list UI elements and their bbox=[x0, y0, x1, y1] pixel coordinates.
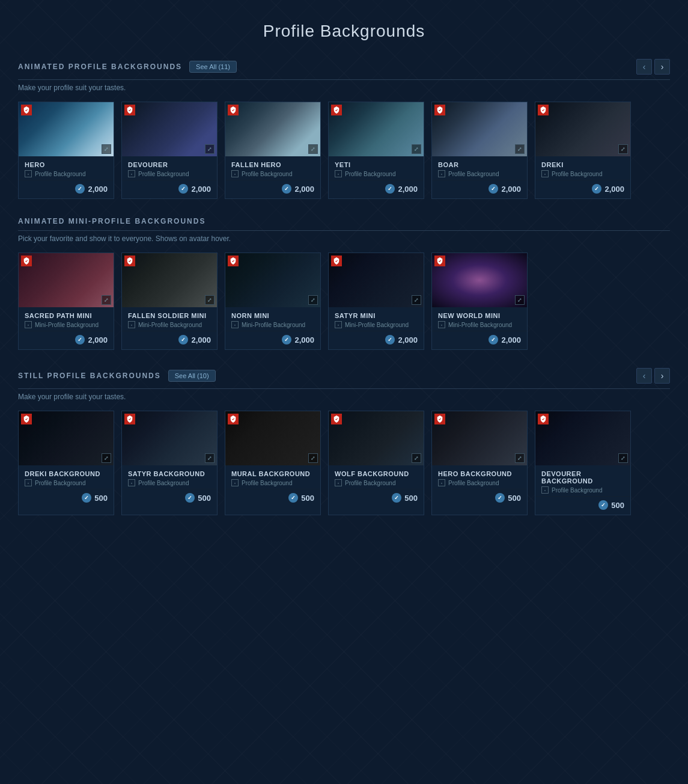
item-thumb-wolf-bg: ⤢ bbox=[329, 411, 424, 465]
item-name-satyr-mini: SATYR MINI bbox=[335, 312, 418, 319]
still-profile-section: STILL PROFILE BACKGROUNDS See All (10) ‹… bbox=[0, 368, 688, 533]
thumb-expand-hero[interactable]: ⤢ bbox=[102, 144, 111, 154]
item-badge-hero bbox=[21, 105, 32, 115]
section-subtitle-mini: Pick your favorite and show it to everyo… bbox=[18, 234, 670, 243]
thumb-expand-mural-bg[interactable]: ⤢ bbox=[308, 453, 318, 463]
item-card-mural-bg[interactable]: ⤢ MURAL BACKGROUND ▪ Profile Background … bbox=[225, 411, 321, 515]
item-price-devourer: ✓ 2,000 bbox=[122, 180, 217, 198]
next-still-button[interactable]: › bbox=[654, 368, 670, 384]
item-thumb-dreki: ⤢ bbox=[535, 102, 630, 156]
item-price-satyr-mini: ✓ 2,000 bbox=[329, 331, 424, 349]
item-card-boar[interactable]: ⤢ BOAR ▪ Profile Background ✓ 2,000 bbox=[431, 102, 528, 199]
price-icon-fallen-soldier-mini: ✓ bbox=[178, 335, 188, 345]
item-info-satyr-mini: SATYR MINI ▪ Mini-Profile Background bbox=[329, 307, 424, 331]
section-title-animated: ANIMATED PROFILE BACKGROUNDS bbox=[18, 63, 182, 71]
section-title-still: STILL PROFILE BACKGROUNDS bbox=[18, 372, 161, 380]
item-info-satyr-bg: SATYR BACKGROUND ▪ Profile Background bbox=[122, 465, 217, 489]
price-icon-devourer-bg: ✓ bbox=[598, 500, 608, 510]
item-name-norn-mini: NORN MINI bbox=[231, 312, 314, 319]
item-name-dreki-bg: DREKI BACKGROUND bbox=[25, 470, 108, 477]
item-price-wolf-bg: ✓ 500 bbox=[329, 489, 424, 507]
section-subtitle-still: Make your profile suit your tastes. bbox=[18, 393, 670, 401]
item-card-dreki[interactable]: ⤢ DREKI ▪ Profile Background ✓ 2,000 bbox=[535, 102, 631, 199]
item-card-hero-bg[interactable]: ⤢ HERO BACKGROUND ▪ Profile Background ✓… bbox=[431, 411, 528, 515]
thumb-expand-fallen-hero[interactable]: ⤢ bbox=[308, 144, 318, 154]
item-info-fallen-soldier-mini: FALLEN SOLDIER MINI ▪ Mini-Profile Backg… bbox=[122, 307, 217, 331]
item-name-hero-bg: HERO BACKGROUND bbox=[438, 470, 521, 477]
item-card-hero[interactable]: ⤢ HERO ▪ Profile Background ✓ 2,000 bbox=[18, 102, 114, 199]
next-animated-button[interactable]: › bbox=[654, 59, 670, 75]
price-icon-sacred-path-mini: ✓ bbox=[75, 335, 85, 345]
thumb-expand-sacred-path-mini[interactable]: ⤢ bbox=[102, 295, 111, 305]
thumb-expand-boar[interactable]: ⤢ bbox=[515, 144, 525, 154]
item-type-mural-bg: ▪ Profile Background bbox=[231, 479, 314, 486]
item-type-boar: ▪ Profile Background bbox=[438, 170, 521, 177]
item-type-icon-devourer-bg: ▪ bbox=[541, 486, 549, 494]
item-price-devourer-bg: ✓ 500 bbox=[535, 496, 630, 515]
item-card-satyr-mini[interactable]: ⤢ SATYR MINI ▪ Mini-Profile Background ✓… bbox=[328, 253, 424, 350]
item-type-icon-hero: ▪ bbox=[25, 170, 32, 177]
item-type-hero-bg: ▪ Profile Background bbox=[438, 479, 521, 486]
section-header-animated: ANIMATED PROFILE BACKGROUNDS See All (11… bbox=[18, 59, 670, 80]
item-thumb-satyr-mini: ⤢ bbox=[329, 253, 424, 307]
thumb-expand-hero-bg[interactable]: ⤢ bbox=[515, 453, 525, 463]
item-card-devourer-bg[interactable]: ⤢ DEVOURER BACKGROUND ▪ Profile Backgrou… bbox=[535, 411, 631, 515]
prev-animated-button[interactable]: ‹ bbox=[636, 59, 652, 75]
see-all-animated-button[interactable]: See All (11) bbox=[189, 61, 237, 73]
item-thumb-devourer: ⤢ bbox=[122, 102, 217, 156]
item-type-icon-norn-mini: ▪ bbox=[231, 321, 239, 328]
thumb-expand-wolf-bg[interactable]: ⤢ bbox=[412, 453, 421, 463]
price-icon-satyr-bg: ✓ bbox=[185, 493, 195, 503]
thumb-expand-satyr-bg[interactable]: ⤢ bbox=[205, 453, 215, 463]
still-profile-items: ⤢ DREKI BACKGROUND ▪ Profile Background … bbox=[18, 411, 670, 515]
item-price-sacred-path-mini: ✓ 2,000 bbox=[19, 331, 114, 349]
price-icon-dreki-bg: ✓ bbox=[82, 493, 91, 503]
item-type-icon-sacred-path-mini: ▪ bbox=[25, 321, 32, 328]
item-info-fallen-hero: FALLEN HERO ▪ Profile Background bbox=[225, 156, 320, 180]
item-type-norn-mini: ▪ Mini-Profile Background bbox=[231, 321, 314, 328]
price-icon-boar: ✓ bbox=[489, 184, 498, 194]
item-card-fallen-hero[interactable]: ⤢ FALLEN HERO ▪ Profile Background ✓ 2,0… bbox=[225, 102, 321, 199]
thumb-expand-dreki[interactable]: ⤢ bbox=[618, 144, 628, 154]
see-all-still-button[interactable]: See All (10) bbox=[168, 370, 216, 382]
item-info-devourer: DEVOURER ▪ Profile Background bbox=[122, 156, 217, 180]
item-card-fallen-soldier-mini[interactable]: ⤢ FALLEN SOLDIER MINI ▪ Mini-Profile Bac… bbox=[121, 253, 218, 350]
thumb-expand-satyr-mini[interactable]: ⤢ bbox=[412, 295, 421, 305]
item-thumb-dreki-bg: ⤢ bbox=[19, 411, 114, 465]
item-type-satyr-bg: ▪ Profile Background bbox=[128, 479, 211, 486]
thumb-expand-devourer-bg[interactable]: ⤢ bbox=[618, 453, 628, 463]
animated-mini-items: ⤢ SACRED PATH MINI ▪ Mini-Profile Backgr… bbox=[18, 253, 670, 350]
item-card-devourer[interactable]: ⤢ DEVOURER ▪ Profile Background ✓ 2,000 bbox=[121, 102, 218, 199]
item-price-yeti: ✓ 2,000 bbox=[329, 180, 424, 198]
item-card-yeti[interactable]: ⤢ YETI ▪ Profile Background ✓ 2,000 bbox=[328, 102, 424, 199]
item-thumb-devourer-bg: ⤢ bbox=[535, 411, 630, 465]
item-type-hero: ▪ Profile Background bbox=[25, 170, 108, 177]
item-type-yeti: ▪ Profile Background bbox=[335, 170, 418, 177]
thumb-expand-norn-mini[interactable]: ⤢ bbox=[308, 295, 318, 305]
item-info-norn-mini: NORN MINI ▪ Mini-Profile Background bbox=[225, 307, 320, 331]
item-card-dreki-bg[interactable]: ⤢ DREKI BACKGROUND ▪ Profile Background … bbox=[18, 411, 114, 515]
item-card-norn-mini[interactable]: ⤢ NORN MINI ▪ Mini-Profile Background ✓ … bbox=[225, 253, 321, 350]
item-type-icon-satyr-bg: ▪ bbox=[128, 479, 135, 486]
thumb-expand-dreki-bg[interactable]: ⤢ bbox=[102, 453, 111, 463]
thumb-expand-devourer[interactable]: ⤢ bbox=[205, 144, 215, 154]
item-card-sacred-path-mini[interactable]: ⤢ SACRED PATH MINI ▪ Mini-Profile Backgr… bbox=[18, 253, 114, 350]
item-type-wolf-bg: ▪ Profile Background bbox=[335, 479, 418, 486]
item-thumb-new-world-mini: ⤢ bbox=[432, 253, 527, 307]
item-badge-devourer bbox=[124, 105, 135, 115]
section-header-still: STILL PROFILE BACKGROUNDS See All (10) ‹… bbox=[18, 368, 670, 389]
thumb-expand-fallen-soldier-mini[interactable]: ⤢ bbox=[205, 295, 215, 305]
prev-still-button[interactable]: ‹ bbox=[636, 368, 652, 384]
item-card-new-world-mini[interactable]: ⤢ NEW WORLD MINI ▪ Mini-Profile Backgrou… bbox=[431, 253, 528, 350]
thumb-expand-new-world-mini[interactable]: ⤢ bbox=[515, 295, 525, 305]
item-card-wolf-bg[interactable]: ⤢ WOLF BACKGROUND ▪ Profile Background ✓… bbox=[328, 411, 424, 515]
section-title-mini: ANIMATED MINI-PROFILE BACKGROUNDS bbox=[18, 217, 205, 225]
item-thumb-fallen-hero: ⤢ bbox=[225, 102, 320, 156]
item-type-icon-hero-bg: ▪ bbox=[438, 479, 445, 486]
item-name-hero: HERO bbox=[25, 161, 108, 168]
item-card-satyr-bg[interactable]: ⤢ SATYR BACKGROUND ▪ Profile Background … bbox=[121, 411, 218, 515]
item-info-dreki-bg: DREKI BACKGROUND ▪ Profile Background bbox=[19, 465, 114, 489]
item-price-satyr-bg: ✓ 500 bbox=[122, 489, 217, 507]
thumb-expand-yeti[interactable]: ⤢ bbox=[412, 144, 421, 154]
item-badge-devourer-bg bbox=[538, 414, 549, 424]
